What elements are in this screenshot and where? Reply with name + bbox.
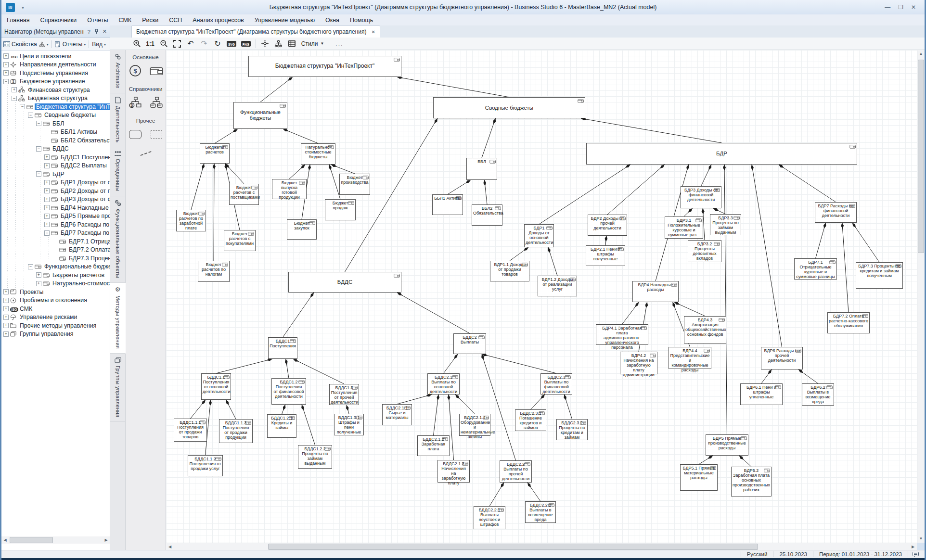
diagram-node-bdr4_3[interactable]: БДР4.3 Амортизация общехозяйственных осн…	[684, 316, 726, 344]
tab-close-icon[interactable]: ✕	[371, 29, 375, 35]
expand-icon[interactable]: +	[3, 62, 9, 67]
expand-icon[interactable]: +	[44, 222, 50, 227]
org-wallet-icon[interactable]	[149, 96, 164, 109]
view-caret[interactable]: ▾	[104, 42, 106, 47]
tree-item[interactable]: БДР7.2 Оплата расчетно-кассового обслужи…	[1, 246, 110, 255]
tree-item[interactable]: +БДР1 Доходы от основной деятельности	[1, 178, 110, 187]
diagram-node-b_pokup[interactable]: Бюджет расчетов с покупателями	[224, 230, 256, 251]
diagram-node-bdr4_1[interactable]: БДР4.1 Заработная плата административно-…	[596, 324, 648, 345]
scroll-down-icon[interactable]: ▼	[917, 535, 925, 543]
scroll-right-icon[interactable]: ▶	[103, 538, 110, 542]
view-button[interactable]: Вид	[92, 41, 103, 48]
diagram-node-bdr5_2[interactable]: БДР5.2 Заработная плата основных произво…	[731, 467, 772, 496]
diagram-node-bdr3_3[interactable]: БДР3.3 Проценты по займам выданным	[710, 214, 741, 235]
diagram-node-bdr1_1[interactable]: БДР1.1 Доходы от продажи товаров	[490, 261, 529, 281]
menu-item-8[interactable]: Окна	[320, 15, 345, 25]
help-icon[interactable]: ?	[88, 29, 90, 35]
expand-icon[interactable]: +	[36, 281, 41, 286]
diagram-node-nat_stoim[interactable]: Натурально-стоимостные бюджеты	[301, 143, 335, 165]
diagram-node-bdds1_3[interactable]: БДДС1.3 Поступления от прочей деятельнос…	[329, 384, 359, 405]
expand-icon[interactable]: +	[44, 214, 50, 219]
pan-icon[interactable]	[261, 39, 270, 49]
diagram-node-bdds2_3_1[interactable]: БДДС2.3.1 Погашение кредитов и займов	[515, 409, 546, 431]
diagram-node-svod[interactable]: Сводные бюджеты	[433, 97, 585, 118]
menu-item-4[interactable]: Риски	[137, 15, 164, 25]
tree-horizontal-scrollbar[interactable]: ◀ ▶	[1, 536, 110, 544]
expand-icon[interactable]: +	[44, 163, 50, 168]
close-button[interactable]: ✕	[911, 4, 916, 11]
canvas-horizontal-scrollbar[interactable]: ◀ ▶	[166, 543, 917, 550]
diagram-node-bdds2[interactable]: БДДС2 Выплаты	[453, 333, 486, 354]
expand-icon[interactable]: +	[3, 289, 9, 294]
rounded-rect-icon[interactable]	[128, 128, 142, 140]
collapse-icon[interactable]: −	[20, 104, 25, 109]
scroll-right-icon[interactable]: ▶	[909, 545, 917, 549]
styles-button[interactable]: Стили▼	[301, 40, 324, 47]
properties-button[interactable]: Свойства	[12, 41, 37, 48]
diagram-node-bdr3_1[interactable]: БДР3.1 Положительные курсовые и суммовые…	[665, 216, 703, 239]
menu-item-5[interactable]: ССП	[164, 15, 187, 25]
diagram-node-bdr3_2[interactable]: БДР3.2 Проценты депозитных вкладов	[688, 240, 721, 262]
diagram-node-bdds2_3_2[interactable]: БДДС2.3.2 Проценты по кредитам и займам	[556, 419, 588, 440]
expand-icon[interactable]: +	[44, 188, 50, 193]
canvas-vertical-scrollbar[interactable]: ▲ ▼	[917, 50, 925, 543]
tree-item[interactable]: +Бюджеты расчетов	[1, 271, 110, 280]
expand-icon[interactable]: +	[12, 87, 17, 92]
tree-item[interactable]: −Бюджетная структура	[1, 94, 110, 103]
scroll-left-icon[interactable]: ◀	[166, 545, 174, 549]
tree-item[interactable]: +БДДС1 Поступления	[1, 153, 110, 162]
reports-button[interactable]: Отчеты	[63, 41, 82, 48]
diagram-node-bdr3[interactable]: БДР3 Доходы от финансовой деятельности	[681, 186, 721, 208]
diagram-node-bdds2_2[interactable]: БДДС2.2 Выплаты по прочей деятельности	[500, 460, 532, 483]
menu-item-0[interactable]: Главная	[1, 15, 35, 25]
dashed-line-icon[interactable]	[139, 147, 153, 160]
diagram-node-b_vypuska[interactable]: Бюджет выпуска готовой продукции	[272, 179, 307, 199]
expand-icon[interactable]: +	[44, 205, 50, 210]
money-icon[interactable]: $	[128, 64, 142, 77]
expand-icon[interactable]: +	[3, 53, 9, 59]
diagram-node-root[interactable]: Бюджетная структура "ИнТехПроект"	[248, 56, 401, 77]
tree-item[interactable]: +БДДС2 Выплаты	[1, 162, 110, 170]
tree-item[interactable]: +БДР5 Прямые производственные расходы	[1, 212, 110, 221]
tree-item[interactable]: +Проекты	[1, 288, 110, 296]
diagram-node-bdds2_1_2[interactable]: БДДС2.1.2 Заработная плата	[417, 435, 450, 456]
tree-item[interactable]: −Функциональные бюджеты	[1, 263, 110, 271]
diagram-node-bdr2[interactable]: БДР2 Доходы от прочей деятельности	[588, 215, 627, 236]
tree-item[interactable]: +Натурально-стоимостные бюджеты	[1, 280, 110, 288]
menu-item-2[interactable]: Отчеты	[82, 15, 113, 25]
org-money-icon[interactable]: $	[128, 96, 142, 109]
diagram-node-bdr7_1[interactable]: БДР7.1 Отрицательные курсовые и суммовые…	[794, 258, 837, 280]
tree-item[interactable]: +$Финансовая структура	[1, 86, 110, 94]
export-png-icon[interactable]: PNG	[241, 39, 251, 49]
diagram-dropdown-caret[interactable]: ▾	[47, 42, 49, 47]
diagram-node-bbl2[interactable]: ББЛ2 Обязательства	[472, 204, 502, 226]
diagram-node-bdds1_3_1[interactable]: БДДС1.3.1 Штрафы и пени полученные	[334, 414, 364, 435]
tree-item[interactable]: +Проблемы и отклонения	[1, 296, 110, 305]
diagram-node-bdds1_1_2[interactable]: БДДС1.1.2 Поступления от продажи услуг	[188, 455, 223, 476]
expand-icon[interactable]: +	[3, 70, 9, 76]
reports-caret[interactable]: ▾	[84, 42, 86, 47]
scroll-up-icon[interactable]: ▲	[917, 50, 925, 58]
diagram-node-b_zp[interactable]: Бюджет расчетов по заработной плате	[176, 210, 206, 231]
close-panel-icon[interactable]: ✕	[103, 28, 107, 35]
diagram-node-func[interactable]: Функциональные бюджеты	[233, 102, 287, 129]
diagram-node-bdr5[interactable]: БДР5 Прямые производственные расходы	[706, 434, 748, 456]
side-tab-оргединицы[interactable]: Оргединицы	[110, 147, 125, 196]
collapse-icon[interactable]: −	[36, 121, 41, 126]
zoom-in-icon[interactable]	[132, 39, 141, 49]
zoom-out-icon[interactable]	[159, 39, 168, 49]
diagram-node-bdr7_2[interactable]: БДР7.2 Оплата расчетно-кассового обслужи…	[827, 312, 870, 333]
expand-icon[interactable]: +	[3, 323, 9, 328]
dashed-rect-icon[interactable]	[149, 128, 164, 140]
tree-item[interactable]: +БДР3 Доходы от финансовой деятельности	[1, 195, 110, 204]
side-tab-методы-управления[interactable]: ⚙Методы управления	[110, 283, 126, 354]
diagram-node-bdds2_1_4[interactable]: БДДС2.1.4 Оборудование и нематериальные …	[459, 414, 490, 436]
side-tab-функциональные-объекты[interactable]: Функциональные объекты	[110, 196, 125, 283]
styles-list-icon[interactable]	[288, 39, 296, 49]
status-period[interactable]: Период: 01.01.2023 - 31.12.2023	[813, 551, 908, 557]
redo-icon[interactable]: ↷	[200, 39, 208, 49]
diagram-node-b_rasch_post[interactable]: Бюджет расчетов с поставщиками	[229, 184, 259, 205]
side-tab-archimate[interactable]: Archimate	[110, 50, 125, 93]
diagram-node-bdds1_1_3[interactable]: БДДС1.1.3 Поступления от продажи продукц…	[219, 419, 253, 443]
diagram-node-bdds2_1_1[interactable]: БДДС2.1.1 Сырье и материалы	[382, 404, 412, 425]
